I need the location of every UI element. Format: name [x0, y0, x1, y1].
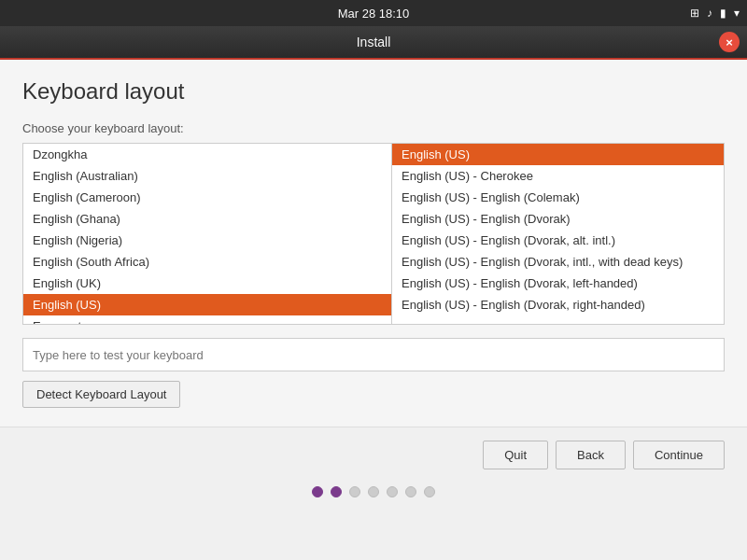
variant-list-item[interactable]: English (US) - English (Dvorak, intl., w… — [392, 251, 724, 273]
test-input-container — [22, 338, 725, 371]
window-title: Install — [357, 35, 391, 49]
system-bar: Mar 28 18:10 ⊞ ♪ ▮ ▾ — [0, 0, 747, 26]
language-list-item[interactable]: English (Australian) — [23, 165, 391, 187]
variant-list-item[interactable]: English (US) — [392, 144, 724, 165]
language-list-item[interactable]: English (Ghana) — [23, 208, 391, 230]
language-list-item[interactable]: English (Cameroon) — [23, 187, 391, 208]
back-button[interactable]: Back — [556, 441, 626, 469]
detect-keyboard-button[interactable]: Detect Keyboard Layout — [22, 381, 180, 408]
title-bar: Install × — [0, 26, 747, 60]
instruction-label: Choose your keyboard layout: — [22, 121, 725, 135]
progress-dot — [349, 486, 360, 497]
page-title: Keyboard layout — [22, 78, 725, 105]
variant-list-item[interactable]: English (US) - English (Dvorak) — [392, 208, 724, 230]
language-list-item[interactable]: English (US) — [23, 294, 391, 315]
system-icons: ⊞ ♪ ▮ ▾ — [690, 7, 740, 20]
language-list-item[interactable]: English (South Africa) — [23, 251, 391, 273]
main-content: Keyboard layout Choose your keyboard lay… — [0, 60, 747, 427]
sound-icon: ♪ — [707, 7, 712, 20]
variant-list-item[interactable]: English (US) - English (Dvorak, left-han… — [392, 273, 724, 294]
keyboard-layout-lists: DzongkhaEnglish (Australian)English (Cam… — [22, 143, 725, 325]
close-button[interactable]: × — [719, 32, 740, 52]
menu-arrow-icon: ▾ — [734, 7, 740, 20]
language-list-item[interactable]: English (Nigeria) — [23, 230, 391, 251]
progress-dot — [331, 486, 342, 497]
language-list[interactable]: DzongkhaEnglish (Australian)English (Cam… — [23, 144, 392, 324]
keyboard-test-input[interactable] — [22, 338, 725, 371]
variant-list[interactable]: English (US)English (US) - CherokeeEngli… — [392, 144, 724, 324]
progress-dots — [0, 479, 747, 509]
variant-list-item[interactable]: English (US) - Cherokee — [392, 165, 724, 187]
progress-dot — [405, 486, 416, 497]
progress-dot — [312, 486, 323, 497]
variant-list-item[interactable]: English (US) - English (Dvorak, right-ha… — [392, 294, 724, 315]
quit-button[interactable]: Quit — [483, 441, 548, 469]
progress-dot — [368, 486, 379, 497]
progress-dot — [424, 486, 435, 497]
language-list-item[interactable]: English (UK) — [23, 273, 391, 294]
network-icon: ⊞ — [690, 7, 699, 20]
battery-icon: ▮ — [720, 7, 726, 20]
language-list-item[interactable]: Esperanto — [23, 315, 391, 324]
variant-list-item[interactable]: English (US) - English (Dvorak, alt. int… — [392, 230, 724, 251]
language-list-item[interactable]: Dzongkha — [23, 144, 391, 165]
continue-button[interactable]: Continue — [633, 441, 725, 469]
nav-buttons: Quit Back Continue — [0, 427, 747, 479]
variant-list-item[interactable]: English (US) - English (Colemak) — [392, 187, 724, 208]
progress-dot — [387, 486, 398, 497]
system-time: Mar 28 18:10 — [338, 7, 410, 21]
